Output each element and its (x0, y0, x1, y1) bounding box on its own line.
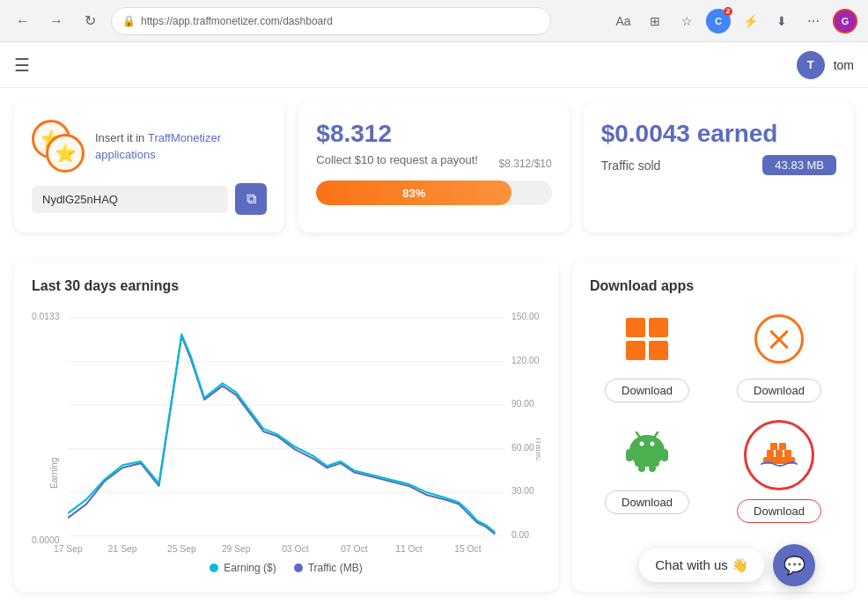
chart-card: Last 30 days earnings 0.0133 0.0000 Earn… (14, 261, 558, 592)
back-button[interactable]: ← (11, 9, 35, 33)
chat-icon: 💬 (783, 555, 805, 576)
windows-icon (616, 308, 678, 370)
legend-label-earning: Earning ($) (224, 562, 276, 574)
top-nav: ☰ T tom (0, 42, 868, 88)
card-insert: ⭐ ⭐ Insert it in TraffMonetizer applicat… (14, 102, 284, 232)
svg-rect-25 (635, 438, 659, 453)
insert-text: Insert it in TraffMonetizer applications (95, 129, 267, 164)
svg-line-29 (654, 432, 658, 438)
lock-icon: 🔒 (122, 15, 136, 27)
chart-container: 0.0133 0.0000 Earning 150.00 120.00 90.0… (32, 308, 541, 555)
svg-text:30.00: 30.00 (511, 486, 534, 496)
chart-svg: 0.0133 0.0000 Earning 150.00 120.00 90.0… (32, 308, 541, 555)
refresh-button[interactable]: ↻ (77, 9, 102, 33)
svg-text:0.0133: 0.0133 (32, 312, 60, 321)
profile-icon[interactable]: C 2 (706, 9, 731, 33)
extensions-icon[interactable]: ⚡ (738, 9, 762, 33)
api-key-row: ⧉ (32, 183, 267, 215)
svg-text:11 Oct: 11 Oct (395, 544, 423, 554)
svg-rect-31 (638, 465, 645, 472)
legend-dot-earning (210, 563, 218, 572)
translate-icon[interactable]: Aa (611, 9, 636, 33)
download-item-docker: Download (722, 420, 836, 523)
svg-rect-33 (626, 449, 633, 461)
android-svg (622, 426, 672, 475)
chart-title: Last 30 days earnings (32, 278, 541, 294)
svg-text:03 Oct: 03 Oct (282, 544, 309, 554)
docker-svg (756, 432, 802, 478)
legend-label-traffic: Traffic (MB) (308, 562, 363, 574)
svg-text:25 Sep: 25 Sep (167, 544, 196, 554)
download-windows-btn[interactable]: Download (605, 379, 689, 402)
legend-earning: Earning ($) (210, 562, 276, 574)
earnings-subtitle: Collect $10 to request a payout! (316, 153, 478, 166)
card-earnings: $8.312 Collect $10 to request a payout! … (298, 102, 569, 232)
traffic-value-badge: 43.83 MB (762, 155, 836, 175)
svg-text:07 Oct: 07 Oct (341, 544, 368, 554)
chat-widget: Chat with us 👋 💬 (639, 544, 815, 586)
chart-legend: Earning ($) Traffic (MB) (32, 562, 541, 574)
card-traffic: $0.0043 earned Traffic sold 43.83 MB (584, 102, 854, 232)
download-android-btn[interactable]: Download (605, 490, 689, 514)
download-item-android: Download (590, 420, 704, 523)
svg-text:21 Sep: 21 Sep (108, 544, 137, 554)
earnings-amount: $8.312 (316, 120, 551, 148)
traffic-amount: $0.0043 earned (601, 120, 836, 148)
copy-button[interactable]: ⧉ (235, 183, 267, 215)
nav-right: T tom (797, 51, 854, 79)
app-container: ☰ T tom ⭐ ⭐ Insert it in TraffMonetizer … (0, 42, 868, 604)
url-text: https://app.traffmonetizer.com/dashboard (141, 15, 333, 27)
hamburger-menu[interactable]: ☰ (14, 55, 30, 76)
address-bar[interactable]: 🔒 https://app.traffmonetizer.com/dashboa… (111, 7, 551, 35)
api-key-input[interactable] (32, 186, 228, 213)
download-macos-btn[interactable]: Download (737, 379, 821, 402)
svg-rect-36 (767, 450, 774, 457)
chat-button[interactable]: 💬 (773, 544, 815, 586)
android-icon (616, 420, 678, 482)
svg-point-26 (640, 442, 644, 446)
progress-bar: 83% (316, 180, 551, 205)
coin-icon: ⭐ ⭐ (32, 120, 85, 173)
user-avatar: T (797, 51, 825, 79)
chat-bubble[interactable]: Chat with us 👋 (639, 549, 764, 582)
svg-rect-37 (776, 450, 783, 457)
copy-icon: ⧉ (246, 191, 256, 207)
svg-text:60.00: 60.00 (511, 443, 534, 453)
settings-icon[interactable]: ⋯ (801, 9, 826, 33)
svg-rect-40 (779, 443, 786, 450)
svg-text:Earning: Earning (49, 457, 59, 489)
svg-text:29 Sep: 29 Sep (222, 544, 251, 554)
downloads-icon[interactable]: ⬇ (769, 9, 794, 33)
svg-text:90.00: 90.00 (511, 399, 534, 409)
svg-text:17 Sep: 17 Sep (54, 544, 83, 554)
progress-fill: 83% (316, 180, 511, 205)
download-apps-card: Download apps Download (572, 261, 854, 592)
svg-text:0.00: 0.00 (511, 530, 529, 540)
macos-icon (748, 308, 810, 370)
traffic-sold-row: Traffic sold 43.83 MB (601, 155, 836, 175)
svg-text:120.00: 120.00 (511, 356, 540, 365)
progress-text: 83% (402, 187, 425, 200)
forward-button[interactable]: → (44, 9, 69, 33)
svg-text:15 Oct: 15 Oct (454, 544, 482, 554)
username: tom (834, 58, 854, 72)
svg-line-28 (636, 432, 640, 438)
read-mode-icon[interactable]: ⊞ (643, 9, 667, 33)
browser-chrome: ← → ↻ 🔒 https://app.traffmonetizer.com/d… (0, 0, 868, 42)
svg-rect-32 (649, 465, 656, 472)
x-circle-icon (754, 314, 804, 364)
svg-text:150.00: 150.00 (511, 312, 540, 321)
progress-label: $8.312/$10 (499, 158, 552, 170)
download-item-windows: Download (590, 308, 704, 402)
star-icon[interactable]: ☆ (674, 9, 699, 33)
download-title: Download apps (590, 278, 836, 294)
top-cards: ⭐ ⭐ Insert it in TraffMonetizer applicat… (0, 88, 868, 247)
download-docker-btn[interactable]: Download (737, 499, 821, 523)
browser-toolbar: Aa ⊞ ☆ C 2 ⚡ ⬇ ⋯ G (611, 9, 857, 33)
svg-text:Traffic: Traffic (534, 436, 541, 460)
svg-rect-39 (770, 443, 777, 450)
svg-rect-38 (784, 450, 791, 457)
user-avatar-browser[interactable]: G (833, 9, 857, 33)
svg-rect-30 (635, 451, 659, 467)
traffic-sold-label: Traffic sold (601, 158, 661, 173)
